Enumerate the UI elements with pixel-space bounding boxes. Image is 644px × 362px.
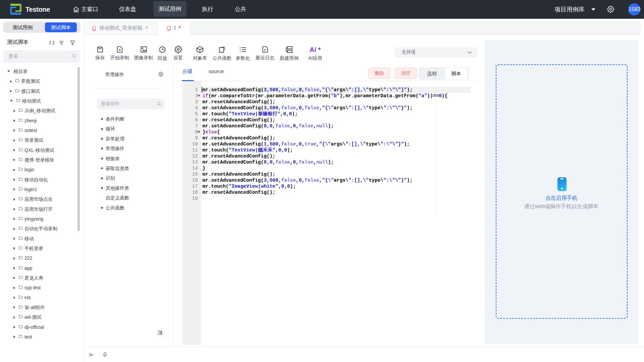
svg-text:Ai: Ai	[310, 46, 316, 53]
svg-text:✦: ✦	[318, 46, 321, 51]
